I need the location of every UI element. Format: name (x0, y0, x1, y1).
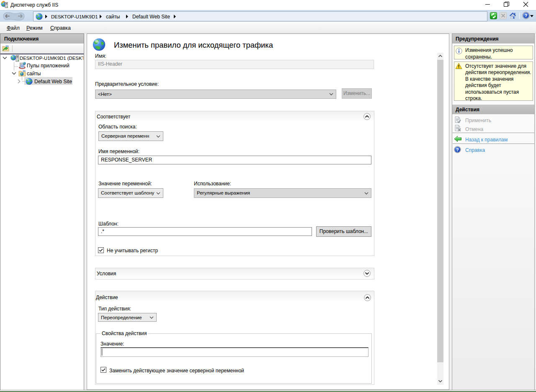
svg-text:?: ? (456, 147, 459, 152)
svg-text:?: ? (525, 13, 528, 18)
